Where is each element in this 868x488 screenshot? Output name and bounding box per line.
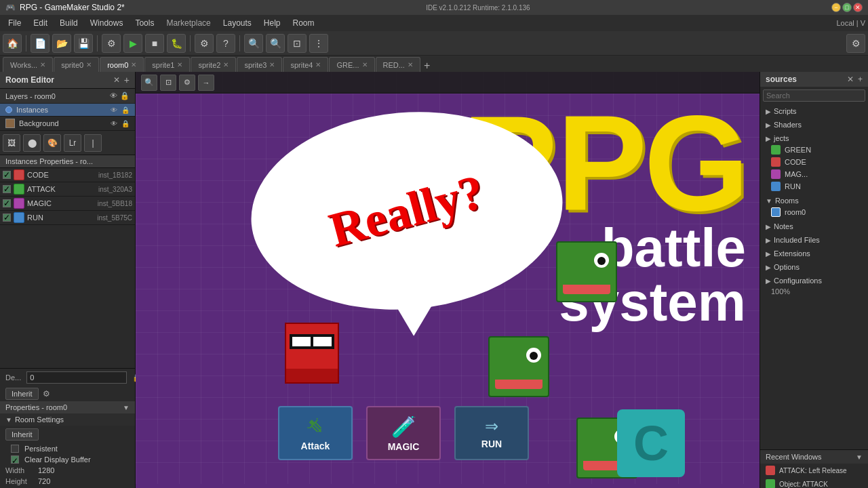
layer-instances[interactable]: Instances 👁 🔒 <box>0 104 135 117</box>
debug-button[interactable]: 🐛 <box>167 34 186 53</box>
stop-button[interactable]: ■ <box>145 34 164 53</box>
obj-run[interactable]: RUN <box>760 180 868 192</box>
menu-help[interactable]: Help <box>258 17 286 29</box>
select-icon[interactable]: ⬤ <box>23 134 41 152</box>
canvas-area[interactable]: 🔍 ⊡ ⚙ → RPG battle system Really? <box>136 72 760 488</box>
instance-magic-check[interactable]: ✓ <box>3 199 11 207</box>
instance-code[interactable]: ✓ CODE inst_1B182 <box>0 168 135 182</box>
layer-instances-lock[interactable]: 🔒 <box>121 106 130 114</box>
layer-background[interactable]: Background 👁 🔒 <box>0 117 135 131</box>
menu-marketplace[interactable]: Marketplace <box>161 17 216 29</box>
instance-attack[interactable]: ✓ ATTACK inst_320A3 <box>0 182 135 197</box>
configurations-header[interactable]: ▶ Configurations <box>760 275 868 286</box>
shaders-header[interactable]: ▶ Shaders <box>760 119 868 130</box>
obj-code[interactable]: CODE <box>760 156 868 168</box>
home-button[interactable]: 🏠 <box>3 34 22 53</box>
extensions-header[interactable]: ▶ Extensions <box>760 248 868 259</box>
tab-sprite0[interactable]: sprite0 ✕ <box>54 57 99 72</box>
paint-icon[interactable]: 🖼 <box>3 134 20 152</box>
instance-run[interactable]: ✓ RUN inst_5B75C <box>0 211 135 225</box>
layer-instances-eye[interactable]: 👁 <box>111 106 117 114</box>
tab-sprite2-close[interactable]: ✕ <box>223 61 229 68</box>
menu-tools[interactable]: Tools <box>130 17 159 29</box>
open-button[interactable]: 📂 <box>52 34 71 53</box>
new-button[interactable]: 📄 <box>31 34 50 53</box>
zoom-in-canvas[interactable]: 🔍 <box>141 75 157 91</box>
layer-background-eye[interactable]: 👁 <box>111 120 117 127</box>
instance-magic[interactable]: ✓ MAGIC inst_5BB18 <box>0 197 135 211</box>
persistent-check[interactable] <box>11 445 19 453</box>
instance-run-check[interactable]: ✓ <box>3 214 11 222</box>
settings-gear[interactable]: ⚙ <box>846 34 865 53</box>
eraser-icon[interactable]: | <box>84 134 102 152</box>
settings-button[interactable]: ⚙ <box>195 34 214 53</box>
tab-room0-close[interactable]: ✕ <box>131 61 136 68</box>
resources-add[interactable]: + <box>858 75 863 84</box>
tab-gre[interactable]: GRE... ✕ <box>329 57 374 72</box>
tab-workspaces-close[interactable]: ✕ <box>40 61 45 68</box>
objects-header[interactable]: ▶ jects <box>760 133 868 144</box>
zoom-center[interactable]: ⊡ <box>160 75 176 91</box>
attack-button[interactable]: 🗡 Attack <box>278 406 353 460</box>
close-button[interactable]: ✕ <box>853 3 863 12</box>
resources-close[interactable]: ✕ <box>847 75 854 84</box>
recent-attack-object[interactable]: Object: ATTACK <box>760 477 868 488</box>
room-settings-header[interactable]: ▼ Room Settings <box>0 413 135 426</box>
tab-sprite0-close[interactable]: ✕ <box>86 61 92 68</box>
fill-icon[interactable]: 🎨 <box>43 134 61 152</box>
included-header[interactable]: ▶ Included Files <box>760 235 868 245</box>
save-button[interactable]: 💾 <box>74 34 93 53</box>
search-input[interactable] <box>763 89 865 102</box>
run-game-button[interactable]: ⇒ RUN <box>454 406 529 460</box>
magic-button[interactable]: 🧪 MAGIC <box>366 406 441 460</box>
canvas-arrow[interactable]: → <box>198 75 214 91</box>
tab-sprite1[interactable]: sprite1 ✕ <box>144 57 190 72</box>
minimize-button[interactable]: − <box>831 3 841 12</box>
title-bar-controls[interactable]: − □ ✕ <box>831 3 863 12</box>
help-button[interactable]: ? <box>216 34 235 53</box>
props-arrow[interactable]: ▼ <box>123 404 130 411</box>
depth-input[interactable] <box>26 371 127 384</box>
zoom-out-button[interactable]: 🔍 <box>266 34 285 53</box>
object-button[interactable]: ⚙ <box>102 34 121 53</box>
zoom-in-button[interactable]: 🔍 <box>244 34 263 53</box>
scripts-header[interactable]: ▶ Scripts <box>760 106 868 117</box>
zoom-fit-button[interactable]: ⊡ <box>288 34 307 53</box>
tab-red[interactable]: RED... ✕ <box>376 57 420 72</box>
clear-display-check[interactable]: ✓ <box>11 455 19 464</box>
room-room0[interactable]: room0 <box>760 206 868 218</box>
room-editor-close[interactable]: ✕ <box>113 75 120 85</box>
tab-sprite1-close[interactable]: ✕ <box>177 61 182 68</box>
tab-add-button[interactable]: + <box>421 60 433 72</box>
menu-file[interactable]: File <box>3 17 26 29</box>
room-editor-add[interactable]: + <box>124 75 130 85</box>
obj-magic[interactable]: MAG... <box>760 168 868 180</box>
tab-sprite3-close[interactable]: ✕ <box>269 61 275 68</box>
tab-red-close[interactable]: ✕ <box>408 61 413 68</box>
notes-header[interactable]: ▶ Notes <box>760 221 868 232</box>
obj-green[interactable]: GREEN <box>760 144 868 156</box>
tab-gre-close[interactable]: ✕ <box>362 61 368 68</box>
tab-sprite4[interactable]: sprite4 ✕ <box>283 57 328 72</box>
options-header[interactable]: ▶ Options <box>760 262 868 272</box>
menu-layouts[interactable]: Layouts <box>218 17 257 29</box>
tab-sprite3[interactable]: sprite3 ✕ <box>237 57 282 72</box>
tab-sprite4-close[interactable]: ✕ <box>315 61 321 68</box>
recent-attack-event[interactable]: ATTACK: Left Release <box>760 464 868 477</box>
menu-edit[interactable]: Edit <box>28 17 53 29</box>
layers-eye[interactable]: 👁 <box>110 92 117 100</box>
inherit-button[interactable]: Inherit <box>5 388 39 400</box>
inherit-gear-icon[interactable]: ⚙ <box>43 389 50 399</box>
recent-windows-header[interactable]: Recent Windows ▼ <box>760 450 868 464</box>
run-button[interactable]: ▶ <box>123 34 142 53</box>
menu-windows[interactable]: Windows <box>85 17 129 29</box>
menu-build[interactable]: Build <box>54 17 83 29</box>
room-inherit-button[interactable]: Inherit <box>5 428 39 441</box>
maximize-button[interactable]: □ <box>842 3 852 12</box>
tab-room0[interactable]: room0 ✕ <box>100 57 144 72</box>
layers-lock[interactable]: 🔒 <box>120 92 130 100</box>
select2-icon[interactable]: Lr <box>64 134 81 152</box>
tab-workspaces[interactable]: Works... ✕ <box>3 57 53 72</box>
menu-room[interactable]: Room <box>288 17 320 29</box>
grid-button[interactable]: ⋮ <box>309 34 328 53</box>
